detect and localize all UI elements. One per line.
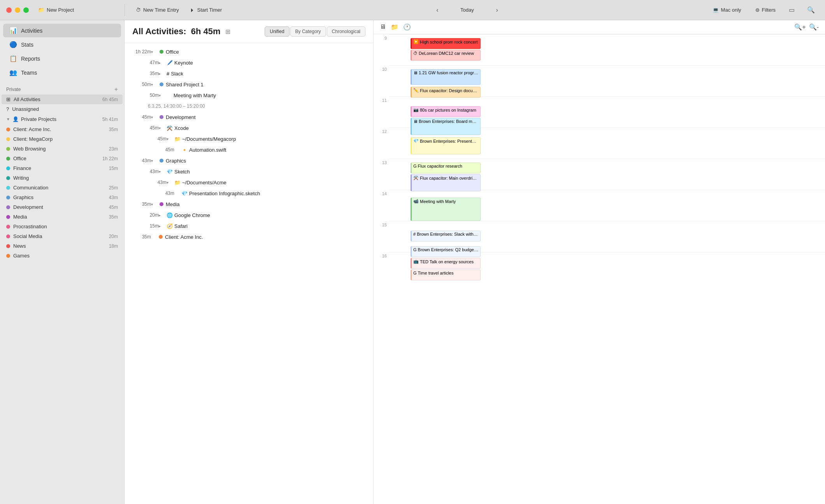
project-label: Client: Acme Inc. xyxy=(13,126,51,132)
sidebar-item-stats[interactable]: 🔵 Stats xyxy=(3,38,121,51)
event-card[interactable]: 📺 TED Talk on energy sources xyxy=(411,258,481,269)
activity-row[interactable]: 35m ▾ Media xyxy=(125,199,373,210)
add-private-button[interactable]: + xyxy=(114,86,118,93)
private-projects-header[interactable]: ▼ 👤 Private Projects 5h 41m xyxy=(0,114,124,124)
sidebar-project-8[interactable]: Development 45m xyxy=(0,202,124,212)
event-content: 🖥 Brown Enterprises: Board meeting prese… xyxy=(413,119,479,124)
layout-button[interactable]: ▭ xyxy=(785,4,799,16)
filters-button[interactable]: ⊜ Filters xyxy=(751,5,780,15)
sidebar-project-2[interactable]: Web Browsing 23m xyxy=(0,144,124,154)
sidebar-item-all-activities[interactable]: ⊞ All Activities 6h 45m xyxy=(2,94,123,104)
activity-row[interactable]: 45m 🔸 Automation.swift xyxy=(125,144,373,155)
monitor-icon[interactable]: 🖥 xyxy=(380,23,386,31)
activity-row[interactable]: 45m ▾ ⚒️ Xcode xyxy=(125,122,373,133)
event-card[interactable]: # Brown Enterprises: Slack with Emmet xyxy=(411,231,481,242)
project-label: Writing xyxy=(13,175,29,181)
close-button[interactable] xyxy=(6,7,12,13)
time-label: 10 xyxy=(374,67,389,98)
view-tab-by-category[interactable]: By Category xyxy=(290,26,326,37)
event-icon: ▶️ xyxy=(413,39,419,44)
activity-row[interactable]: 50m ▾ Shared Project 1 xyxy=(125,79,373,90)
event-title: Flux capacitor research xyxy=(418,164,462,168)
sidebar-project-13[interactable]: Games xyxy=(0,251,124,261)
event-icon: G xyxy=(413,271,417,275)
event-card[interactable]: 💎 Brown Enterprises: Presentation infogr… xyxy=(411,137,481,154)
activity-row[interactable]: 45m ▾ 📁 ~/Documents/Megacorp xyxy=(125,133,373,144)
project-count: 18m xyxy=(109,243,118,249)
project-dot xyxy=(6,234,10,238)
sidebar-item-unassigned[interactable]: ? Unassigned xyxy=(0,104,124,114)
category-dot xyxy=(160,159,163,163)
edit-icon[interactable]: ⊞ xyxy=(225,28,230,35)
view-tab-unified[interactable]: Unified xyxy=(265,26,289,37)
sidebar-project-3[interactable]: Office 1h 22m xyxy=(0,154,124,163)
sidebar-project-1[interactable]: Client: MegaCorp xyxy=(0,134,124,144)
sidebar-project-10[interactable]: Procrastination xyxy=(0,222,124,231)
event-card[interactable]: 🖥 Brown Enterprises: Board meeting prese… xyxy=(411,118,481,135)
sidebar-project-5[interactable]: Writing xyxy=(0,173,124,183)
category-dot xyxy=(160,202,163,206)
sidebar-project-11[interactable]: Social Media 20m xyxy=(0,231,124,241)
event-card[interactable]: G Time travel articles xyxy=(411,270,481,280)
zoom-out-button[interactable]: 🔍- xyxy=(809,23,819,31)
event-card[interactable]: ⏱ DeLorean DMC12 car review xyxy=(411,50,481,61)
event-card[interactable]: G Flux capacitor research xyxy=(411,163,481,173)
sidebar-project-6[interactable]: Communication 25m xyxy=(0,183,124,192)
duration: 43m xyxy=(148,180,167,185)
project-count: 15m xyxy=(109,166,118,171)
activity-row[interactable]: 35m Client: Acme Inc. xyxy=(125,231,373,242)
sidebar-item-activities[interactable]: 📊 Activities xyxy=(3,24,121,37)
timeline-panel: 🖥 📁 🕐 🔍+ 🔍- 910111213141516 ▶️ High scho… xyxy=(374,20,825,504)
activity-row[interactable]: 1h 22m ▾ Office xyxy=(125,46,373,57)
sidebar-project-0[interactable]: Client: Acme Inc. 35m xyxy=(0,124,124,134)
activity-row[interactable]: 43m ▾ Graphics xyxy=(125,155,373,166)
project-label: Procrastination xyxy=(13,224,47,229)
activity-row[interactable]: 6.3.25, 14:30:00 – 15:20:00 xyxy=(125,101,373,112)
search-button[interactable]: 🔍 xyxy=(803,4,819,16)
sidebar-project-7[interactable]: Graphics 43m xyxy=(0,192,124,202)
timeline-zoom-controls: 🔍+ 🔍- xyxy=(794,23,819,31)
person-icon: 👤 xyxy=(12,116,19,122)
start-timer-button[interactable]: ⏵ Start Timer xyxy=(185,5,227,15)
sidebar-item-reports[interactable]: 📋 Reports xyxy=(3,52,121,65)
event-icon: # xyxy=(413,232,416,236)
clock-icon[interactable]: 🕐 xyxy=(403,23,411,31)
minimize-button[interactable] xyxy=(15,7,20,13)
event-card[interactable]: 📹 Meeting with Marty xyxy=(411,198,481,221)
folder-timeline-icon[interactable]: 📁 xyxy=(391,23,398,31)
activity-row[interactable]: 43m ▾ 📁 ~/Documents/Acme xyxy=(125,177,373,188)
activity-row[interactable]: 43m 💎 Presentation Infographic.sketch xyxy=(125,188,373,199)
event-icon: 🖥 xyxy=(413,70,418,75)
time-labels: 910111213141516 xyxy=(374,34,389,504)
activity-row[interactable]: 35m ▸ # Slack xyxy=(125,68,373,79)
sidebar-project-9[interactable]: Media 35m xyxy=(0,212,124,222)
event-card[interactable]: ✏️ Flux capacitor: Design document xyxy=(411,87,481,98)
back-button[interactable]: ‹ xyxy=(432,4,442,16)
event-card[interactable]: ⚒️ Flux capacitor: Main overdrive contro… xyxy=(411,174,481,191)
event-card[interactable]: ▶️ High school prom rock concert xyxy=(411,38,481,49)
view-tab-chronological[interactable]: Chronological xyxy=(327,26,365,37)
app-icon: 🧭 xyxy=(167,223,173,229)
activity-row[interactable]: 47m ▸ 🖊️ Keynote xyxy=(125,57,373,68)
event-card[interactable]: G Brown Enterprises: Q2 budget planning xyxy=(411,246,481,257)
activity-row[interactable]: 20m ▸ 🌐 Google Chrome xyxy=(125,210,373,220)
zoom-in-button[interactable]: 🔍+ xyxy=(794,23,806,31)
app-icon: 📁 xyxy=(174,180,181,186)
mac-only-button[interactable]: 💻 Mac only xyxy=(708,5,746,15)
sidebar-project-4[interactable]: Finance 15m xyxy=(0,163,124,173)
activity-row[interactable]: 15m ▸ 🧭 Safari xyxy=(125,220,373,231)
event-card[interactable]: 🖥 1.21 GW fusion reactor progress update xyxy=(411,69,481,85)
activity-row[interactable]: 43m ▾ 💎 Sketch xyxy=(125,166,373,177)
forward-button[interactable]: › xyxy=(492,4,502,16)
activity-row[interactable]: 50m ▾ Meeting with Marty xyxy=(125,90,373,101)
new-project-button[interactable]: 📁 New Project xyxy=(38,7,74,13)
activity-row[interactable]: 45m ▾ Development xyxy=(125,112,373,122)
new-time-entry-button[interactable]: ⏱ New Time Entry xyxy=(131,5,184,15)
toggle-icon: ▾ xyxy=(151,202,156,206)
event-card[interactable]: 📷 80s car pictures on Instagram xyxy=(411,106,481,117)
maximize-button[interactable] xyxy=(23,7,29,13)
project-count: 45m xyxy=(109,205,118,210)
activity-name: Google Chrome xyxy=(174,212,210,218)
sidebar-item-teams[interactable]: 👥 Teams xyxy=(3,66,121,79)
sidebar-project-12[interactable]: News 18m xyxy=(0,241,124,251)
